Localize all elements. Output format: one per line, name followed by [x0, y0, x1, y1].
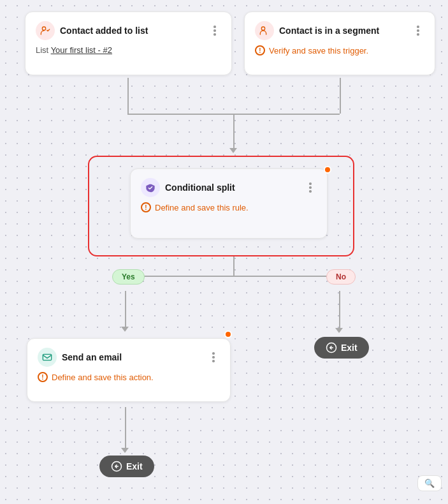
- zoom-icon: 🔍: [424, 478, 435, 488]
- contact-segment-warning: ! Verify and save this trigger.: [255, 45, 424, 56]
- send-email-title: Send an email: [62, 352, 202, 362]
- warn-icon-split: !: [141, 202, 151, 212]
- contact-added-icon: [36, 21, 55, 40]
- contact-segment-icon: [255, 21, 274, 40]
- send-email-menu[interactable]: [207, 351, 220, 364]
- contact-segment-title: Contact is in a segment: [279, 26, 407, 36]
- contact-added-title: Contact added to list: [60, 26, 203, 36]
- exit-yes-icon: [111, 461, 122, 472]
- contact-added-list: List Your first list - #2: [36, 45, 221, 55]
- exit-no-icon: [326, 342, 337, 353]
- warn-icon-email: !: [38, 372, 48, 382]
- exit-no-label: Exit: [341, 343, 358, 353]
- exit-yes-button[interactable]: Exit: [99, 456, 154, 477]
- contact-added-card[interactable]: Contact added to list List Your first li…: [25, 11, 232, 75]
- send-email-dot: [224, 330, 232, 338]
- svg-point-1: [261, 27, 264, 30]
- list-link[interactable]: Your first list - #2: [51, 45, 112, 55]
- conditional-split-title: Conditional split: [165, 182, 299, 193]
- exit-no-button[interactable]: Exit: [314, 337, 369, 359]
- conditional-split-icon: [141, 178, 160, 197]
- conditional-split-warning: ! Define and save this rule.: [141, 202, 317, 212]
- no-badge: No: [326, 269, 356, 285]
- send-email-warning: ! Define and save this action.: [38, 372, 220, 382]
- conditional-split-dot: [324, 166, 331, 174]
- yes-badge: Yes: [112, 269, 145, 285]
- conditional-split-menu[interactable]: [304, 181, 317, 194]
- contact-added-menu[interactable]: [208, 24, 221, 37]
- send-email-icon: [38, 348, 57, 367]
- conditional-split-card[interactable]: Conditional split ! Define and save this…: [130, 168, 328, 239]
- contact-segment-card[interactable]: Contact is in a segment ! Verify and sav…: [244, 11, 435, 75]
- send-email-card[interactable]: Send an email ! Define and save this act…: [27, 338, 231, 402]
- svg-point-0: [42, 27, 45, 30]
- contact-segment-menu[interactable]: [412, 24, 424, 37]
- exit-yes-label: Exit: [126, 461, 143, 471]
- warn-icon-segment: !: [255, 45, 265, 56]
- zoom-control[interactable]: 🔍: [417, 475, 442, 491]
- svg-rect-2: [43, 354, 51, 360]
